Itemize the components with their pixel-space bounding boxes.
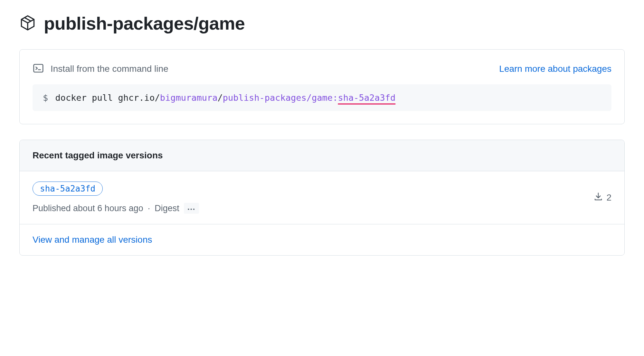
page-title: publish-packages/game	[44, 13, 245, 34]
cmd-repo: publish-packages	[223, 93, 307, 103]
meta-separator: ·	[148, 203, 150, 213]
cmd-colon: :	[333, 93, 338, 103]
versions-title: Recent tagged image versions	[33, 150, 611, 161]
cmd-base: docker pull ghcr.io/	[55, 93, 160, 103]
cmd-user: bigmuramura	[160, 93, 218, 103]
cmd-pkg: game	[312, 93, 333, 103]
prompt-symbol: $	[43, 93, 48, 103]
versions-footer: View and manage all versions	[20, 224, 624, 255]
install-left: Install from the command line	[33, 62, 168, 75]
install-command[interactable]: $ docker pull ghcr.io/bigmuramura/publis…	[33, 84, 611, 111]
container-icon	[19, 14, 36, 33]
view-all-versions-link[interactable]: View and manage all versions	[33, 235, 152, 245]
version-digest-label: Digest	[155, 203, 179, 213]
version-row: sha-5a2a3fd Published about 6 hours ago …	[20, 171, 624, 224]
cmd-sep1: /	[217, 93, 223, 103]
terminal-icon	[33, 62, 44, 75]
svg-rect-0	[34, 64, 43, 72]
cmd-sha: sha-5a2a3fd	[338, 93, 395, 103]
learn-more-link[interactable]: Learn more about packages	[499, 64, 611, 74]
page-header: publish-packages/game	[19, 13, 625, 34]
download-icon	[593, 192, 603, 204]
cmd-sep2: /	[307, 93, 312, 103]
download-count: 2	[606, 192, 611, 203]
install-card: Install from the command line Learn more…	[19, 49, 625, 124]
version-published: Published about 6 hours ago	[33, 203, 143, 213]
version-row-left: sha-5a2a3fd Published about 6 hours ago …	[33, 182, 199, 214]
version-meta: Published about 6 hours ago · Digest …	[33, 203, 199, 214]
install-header: Install from the command line Learn more…	[33, 62, 611, 75]
install-label: Install from the command line	[51, 64, 168, 74]
version-tag[interactable]: sha-5a2a3fd	[33, 182, 103, 196]
versions-card: Recent tagged image versions sha-5a2a3fd…	[19, 140, 625, 256]
download-stat: 2	[593, 192, 611, 204]
digest-expand-button[interactable]: …	[184, 203, 199, 214]
versions-header: Recent tagged image versions	[20, 140, 624, 171]
